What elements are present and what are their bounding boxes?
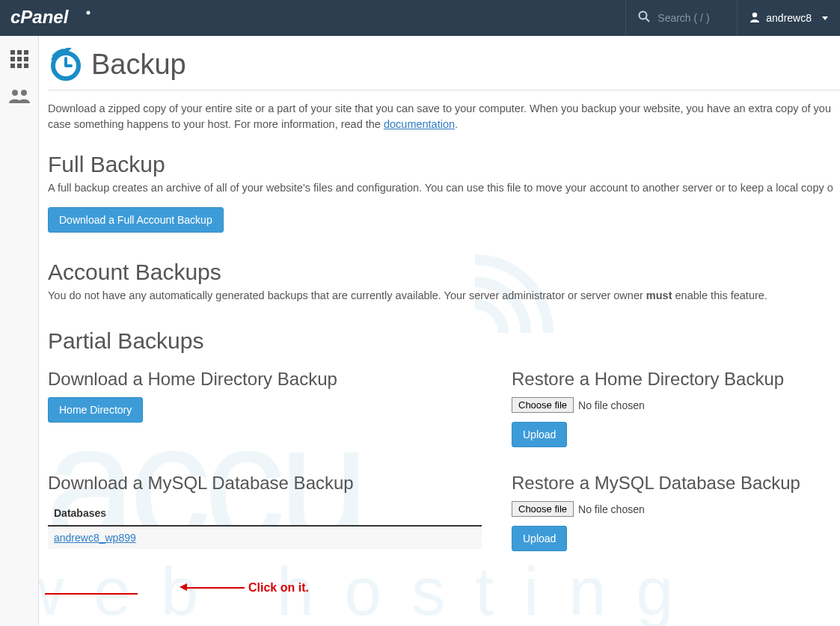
account-backups-desc: You do not have any automatically genera… <box>48 289 840 301</box>
svg-point-15 <box>21 90 27 96</box>
svg-point-4 <box>752 12 757 16</box>
section-partial-backups: Partial Backups <box>48 328 840 354</box>
full-backup-desc: A full backup creates an archive of all … <box>48 182 840 194</box>
section-account-backups: Account Backups You do not have any auto… <box>48 260 840 301</box>
annotation-underline <box>45 593 138 595</box>
svg-point-2 <box>640 12 647 19</box>
left-rail <box>0 36 39 626</box>
documentation-link[interactable]: documentation <box>384 118 455 130</box>
download-home-dir-button[interactable]: Home Directory <box>48 397 143 423</box>
cpanel-logo[interactable]: cPanel <box>0 8 103 28</box>
page-head: Backup <box>48 46 840 90</box>
database-download-link[interactable]: andrewc8_wp899 <box>54 532 136 544</box>
annotation-callout: Click on it. <box>247 581 309 595</box>
svg-rect-13 <box>24 64 28 68</box>
svg-rect-11 <box>10 64 15 68</box>
account-backups-heading: Account Backups <box>48 260 840 285</box>
backup-clock-icon <box>48 46 84 82</box>
download-full-backup-button[interactable]: Download a Full Account Backup <box>48 207 224 233</box>
database-row: andrewc8_wp899 <box>48 527 482 549</box>
svg-point-14 <box>12 90 18 96</box>
topbar: cPanel andrewc8 <box>0 0 840 36</box>
svg-rect-9 <box>17 57 22 61</box>
no-file-label: No file chosen <box>578 399 645 411</box>
upload-mysql-button[interactable]: Upload <box>512 526 567 551</box>
search-input[interactable] <box>657 12 725 24</box>
user-icon <box>749 12 760 25</box>
partial-backups-heading: Partial Backups <box>48 328 840 354</box>
svg-rect-6 <box>17 50 22 55</box>
svg-rect-7 <box>24 50 28 55</box>
search-icon <box>638 10 650 25</box>
search-area[interactable] <box>625 0 737 36</box>
section-full-backup: Full Backup A full backup creates an arc… <box>48 152 840 233</box>
main-content: Backup Download a zipped copy of your en… <box>39 36 840 626</box>
svg-point-1 <box>87 11 91 15</box>
full-backup-heading: Full Backup <box>48 152 840 177</box>
username-label: andrewc8 <box>766 12 812 24</box>
no-file-label-mysql: No file chosen <box>578 503 645 515</box>
home-dir-file-input[interactable]: Choose file No file chosen <box>512 397 645 413</box>
home-dir-row: Download a Home Directory Backup Home Di… <box>48 369 840 447</box>
download-mysql-heading: Download a MySQL Database Backup <box>48 473 482 494</box>
annotation-text: Click on it. <box>248 581 309 594</box>
grid-apps-icon[interactable] <box>10 49 29 72</box>
intro-text: Download a zipped copy of your entire si… <box>48 101 840 132</box>
svg-text:cPanel: cPanel <box>10 8 70 27</box>
caret-down-icon <box>822 16 828 20</box>
svg-line-3 <box>646 19 650 22</box>
user-menu[interactable]: andrewc8 <box>737 0 840 36</box>
upload-home-dir-button[interactable]: Upload <box>512 422 567 447</box>
mysql-row: Download a MySQL Database Backup Databas… <box>48 473 840 551</box>
svg-rect-8 <box>10 57 15 61</box>
mysql-file-input[interactable]: Choose file No file chosen <box>512 501 645 517</box>
download-home-dir-heading: Download a Home Directory Backup <box>48 369 482 390</box>
databases-column-header: Databases <box>48 501 482 527</box>
svg-rect-12 <box>17 64 22 68</box>
restore-mysql-heading: Restore a MySQL Database Backup <box>512 473 826 494</box>
choose-file-button[interactable]: Choose file <box>512 397 574 413</box>
choose-file-button-mysql[interactable]: Choose file <box>512 501 574 517</box>
svg-rect-5 <box>10 50 15 55</box>
page-title: Backup <box>91 49 186 81</box>
users-icon[interactable] <box>8 88 31 108</box>
svg-rect-10 <box>24 57 28 61</box>
restore-home-dir-heading: Restore a Home Directory Backup <box>512 369 826 390</box>
